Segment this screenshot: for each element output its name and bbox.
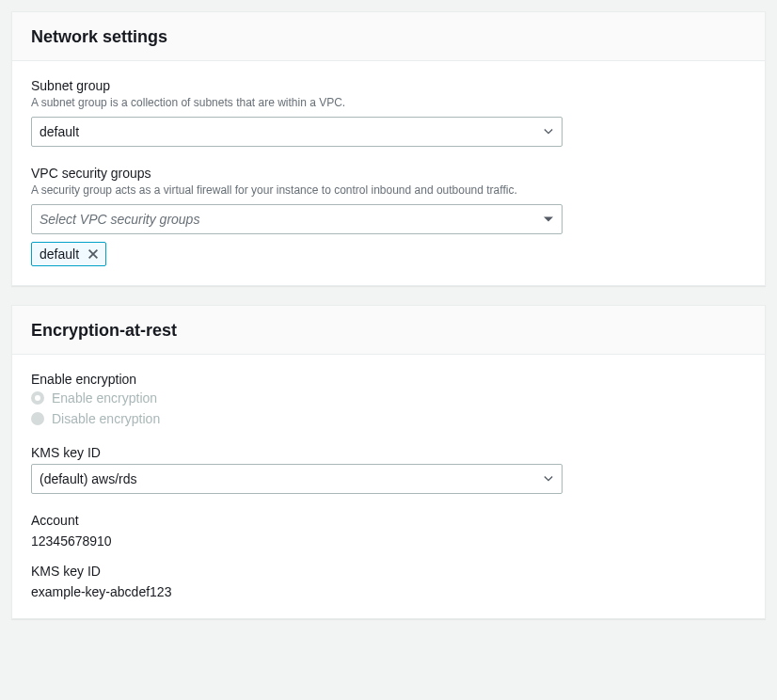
radio-icon bbox=[31, 391, 44, 405]
vpc-security-groups-placeholder: Select VPC security groups bbox=[40, 212, 199, 227]
account-field: Account 12345678910 bbox=[31, 513, 746, 549]
close-icon[interactable] bbox=[87, 247, 100, 261]
kms-key-id-label: KMS key ID bbox=[31, 564, 746, 579]
subnet-group-select[interactable]: default bbox=[31, 117, 563, 147]
vpc-token-row: default bbox=[31, 242, 746, 266]
encryption-header: Encryption-at-rest bbox=[12, 306, 765, 355]
vpc-security-groups-field: VPC security groups A security group act… bbox=[31, 166, 746, 266]
radio-enable-encryption[interactable]: Enable encryption bbox=[31, 390, 746, 406]
encryption-title: Encryption-at-rest bbox=[31, 321, 746, 341]
subnet-group-label: Subnet group bbox=[31, 78, 746, 93]
enable-encryption-label: Enable encryption bbox=[31, 372, 746, 387]
vpc-security-groups-description: A security group acts as a virtual firew… bbox=[31, 183, 746, 199]
network-settings-panel: Network settings Subnet group A subnet g… bbox=[11, 11, 766, 286]
enable-encryption-radio-group: Enable encryption Disable encryption bbox=[31, 390, 746, 426]
radio-disable-encryption[interactable]: Disable encryption bbox=[31, 411, 746, 426]
radio-disable-label: Disable encryption bbox=[52, 411, 160, 426]
radio-icon bbox=[31, 412, 44, 425]
vpc-security-groups-select[interactable]: Select VPC security groups bbox=[31, 204, 563, 234]
kms-key-select-label: KMS key ID bbox=[31, 445, 746, 460]
enable-encryption-field: Enable encryption Enable encryption Disa… bbox=[31, 372, 746, 426]
kms-key-select-wrapper: (default) aws/rds bbox=[31, 464, 563, 494]
kms-key-id-field: KMS key ID example-key-abcdef123 bbox=[31, 564, 746, 599]
subnet-group-select-wrapper: default bbox=[31, 117, 563, 147]
network-settings-header: Network settings bbox=[12, 12, 765, 61]
kms-key-id-value: example-key-abcdef123 bbox=[31, 584, 746, 599]
subnet-group-field: Subnet group A subnet group is a collect… bbox=[31, 78, 746, 147]
account-label: Account bbox=[31, 513, 746, 528]
encryption-body: Enable encryption Enable encryption Disa… bbox=[12, 355, 765, 618]
vpc-token: default bbox=[31, 242, 106, 266]
vpc-token-label: default bbox=[40, 247, 79, 262]
network-settings-body: Subnet group A subnet group is a collect… bbox=[12, 61, 765, 285]
kms-key-select-value: (default) aws/rds bbox=[40, 471, 136, 486]
account-value: 12345678910 bbox=[31, 533, 746, 549]
network-settings-title: Network settings bbox=[31, 27, 746, 47]
vpc-security-groups-label: VPC security groups bbox=[31, 166, 746, 181]
radio-enable-label: Enable encryption bbox=[52, 390, 157, 406]
vpc-security-groups-select-wrapper: Select VPC security groups bbox=[31, 204, 563, 234]
encryption-panel: Encryption-at-rest Enable encryption Ena… bbox=[11, 305, 766, 619]
subnet-group-description: A subnet group is a collection of subnet… bbox=[31, 95, 746, 111]
kms-key-select[interactable]: (default) aws/rds bbox=[31, 464, 563, 494]
subnet-group-select-value: default bbox=[40, 124, 79, 139]
kms-key-select-field: KMS key ID (default) aws/rds bbox=[31, 445, 746, 494]
